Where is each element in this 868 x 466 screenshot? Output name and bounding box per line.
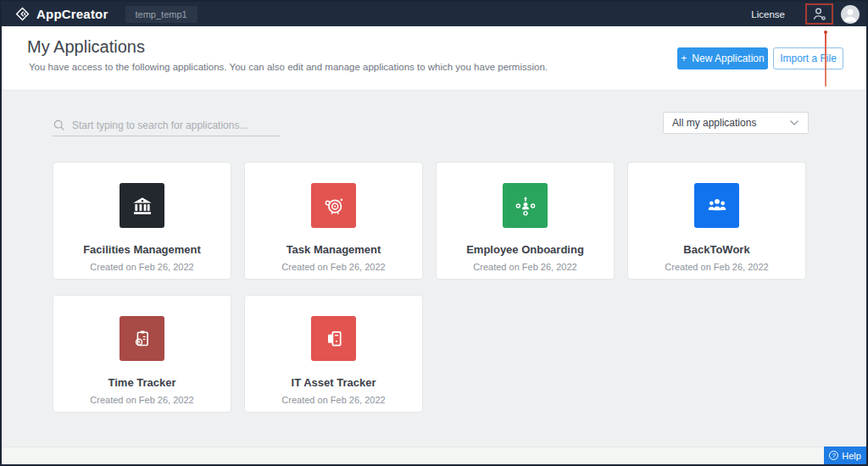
app-created-date: Created on Feb 26, 2022	[281, 395, 385, 405]
clipboard-clock-icon	[120, 316, 164, 361]
workspace-tab[interactable]: temp_temp1	[125, 6, 198, 23]
import-file-button[interactable]: Import a File	[773, 47, 843, 69]
search-icon	[53, 119, 65, 131]
search-bar	[53, 114, 280, 136]
app-name: BackToWork	[683, 243, 749, 256]
page-subtitle: You have access to the following applica…	[29, 62, 548, 72]
page-header: My Applications You have access to the f…	[2, 26, 866, 90]
page-title: My Applications	[27, 37, 145, 57]
app-card-it-asset-tracker[interactable]: IT Asset Tracker Created on Feb 26, 2022	[244, 295, 423, 413]
main-content: All my applications Facilities Managemen…	[2, 90, 866, 447]
chevron-down-icon	[789, 119, 799, 126]
app-name: Task Management	[287, 243, 381, 256]
target-icon	[311, 183, 356, 228]
avatar[interactable]	[841, 5, 860, 24]
annotation-highlight-box	[805, 3, 833, 25]
app-created-date: Created on Feb 26, 2022	[473, 262, 576, 272]
app-name: Employee Onboarding	[466, 243, 584, 256]
bank-icon	[120, 183, 164, 228]
license-link[interactable]: License	[751, 9, 785, 19]
top-bar: AppCreator temp_temp1 License	[2, 2, 866, 26]
import-file-label: Import a File	[780, 53, 837, 64]
applications-grid: Facilities Management Created on Feb 26,…	[53, 162, 806, 413]
app-card-time-tracker[interactable]: Time Tracker Created on Feb 26, 2022	[53, 295, 231, 413]
plus-icon: +	[681, 53, 687, 64]
filter-selected-value: All my applications	[672, 117, 789, 129]
app-name: Facilities Management	[83, 243, 201, 256]
app-card-employee-onboarding[interactable]: Employee Onboarding Created on Feb 26, 2…	[436, 162, 615, 280]
help-button[interactable]: ? Help	[824, 447, 866, 464]
app-name: IT Asset Tracker	[292, 376, 376, 389]
new-application-label: New Application	[692, 53, 764, 64]
brand-title: AppCreator	[36, 7, 108, 21]
app-name: Time Tracker	[108, 376, 176, 389]
app-created-date: Created on Feb 26, 2022	[665, 262, 768, 272]
app-card-facilities-management[interactable]: Facilities Management Created on Feb 26,…	[53, 162, 231, 280]
people-group-icon	[694, 183, 739, 228]
computer-icon	[311, 316, 356, 361]
footer-bar: ? Help	[2, 447, 866, 464]
app-created-date: Created on Feb 26, 2022	[90, 262, 193, 272]
app-created-date: Created on Feb 26, 2022	[90, 395, 193, 405]
user-settings-icon[interactable]	[811, 6, 827, 22]
help-label: Help	[842, 451, 861, 461]
app-created-date: Created on Feb 26, 2022	[281, 262, 385, 272]
app-window: AppCreator temp_temp1 License My Applica…	[0, 0, 868, 466]
applications-filter-dropdown[interactable]: All my applications	[663, 112, 809, 134]
app-card-task-management[interactable]: Task Management Created on Feb 26, 2022	[244, 162, 423, 280]
app-card-backtowork[interactable]: BackToWork Created on Feb 26, 2022	[627, 162, 806, 280]
appcreator-logo-icon	[15, 7, 30, 21]
org-arrows-icon	[503, 183, 548, 228]
search-input[interactable]	[72, 119, 267, 131]
question-mark-icon: ?	[829, 451, 838, 460]
new-application-button[interactable]: + New Application	[677, 47, 768, 69]
